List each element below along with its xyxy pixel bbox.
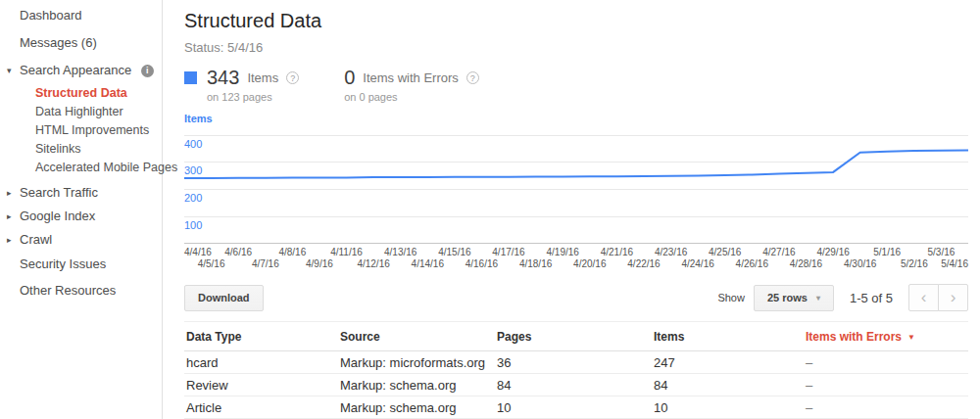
errors-summary: 0 Items with Errors ? on 0 pages xyxy=(344,67,479,103)
x-axis-tick-label: 4/9/16 xyxy=(306,258,333,269)
col-header-items-with-errors[interactable]: Items with Errors▼ xyxy=(804,322,968,351)
cell-source: Markup: schema.org xyxy=(338,396,495,419)
sidebar-item-label: Structured Data xyxy=(35,86,127,100)
sidebar-item-label: Data Highlighter xyxy=(35,105,123,118)
download-button[interactable]: Download xyxy=(184,285,264,311)
cell-items: 247 xyxy=(652,351,804,374)
sidebar-item-structured-data[interactable]: Structured Data xyxy=(0,84,162,103)
cell-pages: 10 xyxy=(495,396,652,419)
help-icon[interactable]: ? xyxy=(466,71,479,84)
sidebar-item-label: Other Resources xyxy=(20,283,116,298)
cell-source: Markup: schema.org xyxy=(338,374,495,396)
cell-pages: 36 xyxy=(495,351,652,374)
table-row[interactable]: Review Markup: schema.org 84 84 – xyxy=(184,374,968,396)
chevron-right-icon: ▸ xyxy=(7,228,12,252)
table-toolbar: Download Show 25 rows ▾ 1-5 of 5 ‹ › xyxy=(184,284,968,311)
previous-page-button[interactable]: ‹ xyxy=(908,284,939,311)
sidebar-item-crawl[interactable]: ▸ Crawl xyxy=(0,228,162,252)
chevron-down-icon: ▾ xyxy=(816,294,820,303)
cell-items-with-errors: – xyxy=(804,351,968,374)
x-axis-tick-label: 4/13/16 xyxy=(384,247,416,257)
sidebar-item-label: Sitelinks xyxy=(35,142,81,156)
items-count: 343 xyxy=(207,67,239,89)
x-axis-tick-label: 4/28/16 xyxy=(790,258,822,269)
x-axis-tick-label: 4/25/16 xyxy=(709,247,741,257)
col-header-pages[interactable]: Pages xyxy=(495,322,652,351)
sidebar-item-dashboard[interactable]: Dashboard xyxy=(0,2,162,29)
cell-items: 84 xyxy=(652,374,804,396)
cell-items-with-errors: – xyxy=(804,374,968,396)
sidebar-item-label: Search Traffic xyxy=(20,185,98,200)
structured-data-table: Data Type Source Pages Items Items with … xyxy=(184,321,968,419)
sort-desc-icon: ▼ xyxy=(907,333,915,342)
cell-data-type: Review xyxy=(184,374,338,396)
errors-pages-subtext: on 0 pages xyxy=(344,91,479,103)
chart-y-axis-title: Items xyxy=(184,113,968,124)
x-axis-tick-label: 4/11/16 xyxy=(330,247,363,257)
errors-count-label: Items with Errors xyxy=(363,70,459,85)
table-header-row: Data Type Source Pages Items Items with … xyxy=(184,322,968,351)
sidebar-item-label: Crawl xyxy=(20,232,52,247)
cell-items: 10 xyxy=(652,396,804,419)
x-axis-tick-label: 4/30/16 xyxy=(844,258,876,269)
x-axis-tick-label: 4/6/16 xyxy=(224,247,252,257)
rows-per-page-value: 25 rows xyxy=(767,292,808,303)
rows-per-page-dropdown[interactable]: 25 rows ▾ xyxy=(754,285,834,311)
sidebar-item-data-highlighter[interactable]: Data Highlighter xyxy=(0,103,162,121)
sidebar-item-accelerated-mobile-pages[interactable]: Accelerated Mobile Pages xyxy=(0,159,162,177)
x-axis-tick-label: 4/7/16 xyxy=(252,258,279,269)
sidebar-item-search-appearance[interactable]: ▾ Search Appearance i xyxy=(0,57,162,84)
x-axis-tick-label: 4/15/16 xyxy=(438,247,470,257)
sidebar-item-other-resources[interactable]: Other Resources xyxy=(0,277,162,304)
sidebar-item-html-improvements[interactable]: HTML Improvements xyxy=(0,121,162,140)
items-line-series xyxy=(184,128,968,243)
x-axis-tick-label: 5/2/16 xyxy=(901,258,928,269)
x-axis-tick-label: 4/26/16 xyxy=(736,258,768,269)
cell-items-with-errors: – xyxy=(804,396,968,419)
sidebar-item-label: Dashboard xyxy=(20,8,82,23)
sidebar-item-search-traffic[interactable]: ▸ Search Traffic xyxy=(0,181,162,205)
x-axis-tick-label: 4/16/16 xyxy=(466,258,498,269)
col-header-items[interactable]: Items xyxy=(652,322,804,351)
table-row[interactable]: hcard Markup: microformats.org 36 247 – xyxy=(184,351,968,374)
main-content: Structured Data Status: 5/4/16 343 Items… xyxy=(163,0,980,419)
items-summary: 343 Items ? on 123 pages xyxy=(184,67,299,103)
info-icon[interactable]: i xyxy=(141,65,154,77)
x-axis-tick-label: 5/4/16 xyxy=(941,258,968,269)
x-axis-tick-label: 4/19/16 xyxy=(547,247,579,257)
sidebar-item-label: Accelerated Mobile Pages xyxy=(35,161,177,174)
summary-section: 343 Items ? on 123 pages 0 Items with Er… xyxy=(184,67,968,103)
x-axis-tick-label: 4/27/16 xyxy=(762,247,795,257)
pagination-controls: ‹ › xyxy=(908,284,968,311)
col-header-source[interactable]: Source xyxy=(338,322,495,351)
cell-source: Markup: microformats.org xyxy=(338,351,495,374)
sidebar-item-sitelinks[interactable]: Sitelinks xyxy=(0,140,162,159)
sidebar-item-label: Google Index xyxy=(20,209,95,223)
status-text: Status: 5/4/16 xyxy=(184,40,968,55)
sidebar-item-label: HTML Improvements xyxy=(35,123,149,137)
show-label: Show xyxy=(717,292,745,303)
items-legend-swatch xyxy=(184,71,197,84)
x-axis-tick-label: 5/3/16 xyxy=(927,247,955,257)
structured-data-page: Dashboard Messages (6) ▾ Search Appearan… xyxy=(0,0,980,419)
cell-data-type: Article xyxy=(184,396,338,419)
next-page-button[interactable]: › xyxy=(938,284,968,311)
x-axis-tick-label: 4/17/16 xyxy=(492,247,524,257)
x-axis-tick-label: 4/22/16 xyxy=(627,258,660,269)
x-axis-tick-label: 4/23/16 xyxy=(655,247,687,257)
cell-pages: 84 xyxy=(495,374,652,396)
sidebar-item-label: Search Appearance xyxy=(20,63,131,77)
items-pages-subtext: on 123 pages xyxy=(207,91,299,103)
sidebar-item-security-issues[interactable]: Security Issues xyxy=(0,252,162,277)
table-row[interactable]: Article Markup: schema.org 10 10 – xyxy=(184,396,968,419)
col-header-data-type[interactable]: Data Type xyxy=(184,322,338,351)
sidebar-item-google-index[interactable]: ▸ Google Index xyxy=(0,205,162,228)
page-title: Structured Data xyxy=(184,10,968,32)
chevron-right-icon: ▸ xyxy=(7,181,12,205)
x-axis-tick-label: 4/29/16 xyxy=(816,247,849,257)
sidebar-item-messages[interactable]: Messages (6) xyxy=(0,29,162,57)
col-header-label: Items with Errors xyxy=(806,330,902,344)
help-icon[interactable]: ? xyxy=(286,71,299,84)
x-axis-tick-label: 4/20/16 xyxy=(573,258,606,269)
items-count-label: Items xyxy=(247,70,278,85)
